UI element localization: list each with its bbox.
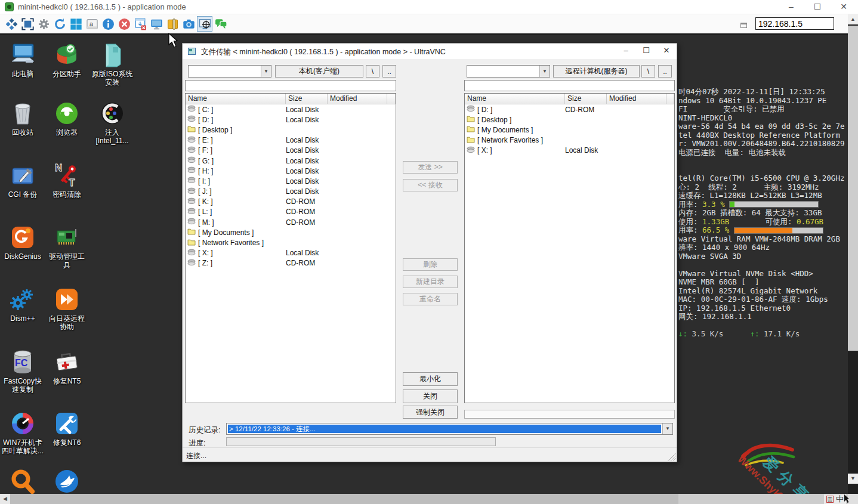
column-modified[interactable]: Modified bbox=[607, 94, 666, 104]
local-file-row[interactable]: [ Desktop ] bbox=[186, 125, 396, 135]
desktop-icon-driver[interactable]: 驱动管理工 具 bbox=[44, 224, 89, 269]
remote-drive-combobox[interactable]: ▼ bbox=[467, 65, 550, 78]
keyboard-key-icon[interactable]: a bbox=[84, 16, 100, 32]
remote-file-row[interactable]: [ D: ]CD-ROM bbox=[465, 104, 674, 115]
local-file-list[interactable]: Name Size Modified [ C: ]Local Disk[ D: … bbox=[185, 93, 396, 403]
local-list-header[interactable]: Name Size Modified bbox=[186, 94, 396, 104]
vnc-connection-icon[interactable] bbox=[4, 16, 19, 32]
desktop-icon-partition[interactable]: 分区助手 bbox=[44, 42, 89, 78]
remote-file-list[interactable]: Name Size Modified [ D: ]CD-ROM[ Desktop… bbox=[464, 93, 675, 403]
chevron-down-icon[interactable]: ▼ bbox=[662, 423, 672, 434]
task-manager-icon[interactable] bbox=[132, 16, 148, 32]
desktop-icon-search[interactable] bbox=[0, 468, 45, 494]
desktop-icon-bird[interactable] bbox=[44, 468, 89, 494]
desktop-icon-recycle[interactable]: 回收站 bbox=[0, 100, 45, 137]
history-combobox[interactable]: > 12/11/22 12:33:26 - 连接... ▼ bbox=[226, 423, 673, 435]
windows-start-icon[interactable] bbox=[68, 16, 84, 32]
vertical-scroll-thumb[interactable] bbox=[848, 26, 858, 351]
desktop-icon-dism[interactable]: Dism++ bbox=[0, 286, 45, 323]
single-window-select-icon[interactable] bbox=[197, 16, 212, 32]
desktop-icon-win7[interactable]: WIN7开机卡 四叶草解决... bbox=[0, 410, 45, 455]
local-file-row[interactable]: [ C: ]Local Disk bbox=[186, 104, 396, 115]
local-file-row[interactable]: [ H: ]Local Disk bbox=[186, 166, 396, 176]
disconnect-icon[interactable] bbox=[116, 16, 132, 32]
column-name[interactable]: Name bbox=[465, 94, 565, 104]
chevron-down-icon[interactable]: ▼ bbox=[261, 66, 271, 77]
rename-button[interactable]: 重命名 bbox=[403, 293, 458, 305]
local-file-row[interactable]: [ My Documents ] bbox=[186, 227, 396, 237]
desktop-icon-sunflower[interactable]: 向日葵远程 协助 bbox=[44, 286, 89, 331]
horizontal-scroll-thumb[interactable] bbox=[10, 494, 678, 504]
receive-button[interactable]: << 接收 bbox=[403, 179, 458, 191]
local-root-button[interactable]: \ bbox=[366, 65, 379, 78]
minimize-transfer-button[interactable]: 最小化 bbox=[403, 372, 458, 386]
desktop-icon-diskgenius[interactable]: DiskGenius bbox=[0, 224, 45, 261]
local-file-row[interactable]: [ J: ]Local Disk bbox=[186, 187, 396, 197]
local-drive-combobox[interactable]: ▼ bbox=[188, 65, 271, 78]
remote-file-row[interactable]: [ X: ]Local Disk bbox=[465, 146, 674, 156]
local-up-button[interactable]: .. bbox=[382, 65, 396, 78]
remote-path-box[interactable] bbox=[464, 80, 675, 91]
desktop-icon-cgi[interactable]: CGI 备份 bbox=[0, 162, 45, 199]
desktop-icon-fastcopy[interactable]: FCFastCopy快 速复制 bbox=[0, 349, 45, 394]
chevron-down-icon[interactable]: ▼ bbox=[539, 66, 550, 77]
chat-icon[interactable] bbox=[213, 16, 229, 32]
column-name[interactable]: Name bbox=[186, 94, 286, 104]
vertical-scrollbar[interactable]: ▲ ▼ bbox=[848, 14, 858, 494]
local-file-row[interactable]: [ Network Favorites ] bbox=[186, 237, 396, 248]
dock-toggle-icon[interactable] bbox=[740, 23, 747, 28]
remote-list-header[interactable]: Name Size Modified bbox=[465, 94, 674, 104]
send-button[interactable]: 发送 >> bbox=[403, 161, 458, 174]
local-path-box[interactable] bbox=[185, 80, 396, 91]
ime-language[interactable]: 中 bbox=[836, 494, 844, 504]
desktop-icon-inject[interactable]: 注入 [Intel_11... bbox=[89, 100, 135, 145]
scroll-left-icon[interactable]: ◀ bbox=[0, 494, 10, 504]
local-file-row[interactable]: [ L: ]CD-ROM bbox=[186, 207, 396, 217]
local-machine-button[interactable]: 本机(客户端) bbox=[275, 65, 363, 78]
remote-root-button[interactable]: \ bbox=[641, 65, 655, 78]
delete-button[interactable]: 删除 bbox=[403, 258, 458, 271]
refresh-icon[interactable] bbox=[52, 16, 67, 32]
column-size[interactable]: Size bbox=[565, 94, 607, 104]
info-icon[interactable] bbox=[100, 16, 116, 32]
remote-machine-button[interactable]: 远程计算机(服务器) bbox=[553, 65, 640, 78]
scroll-down-icon[interactable]: ▼ bbox=[848, 474, 858, 484]
column-size[interactable]: Size bbox=[286, 94, 328, 104]
column-modified[interactable]: Modified bbox=[328, 94, 387, 104]
dialog-close-button[interactable]: ✕ bbox=[656, 44, 677, 59]
local-file-row[interactable]: [ K: ]CD-ROM bbox=[186, 197, 396, 207]
resize-grip[interactable] bbox=[668, 453, 676, 461]
address-input[interactable] bbox=[755, 17, 834, 30]
dialog-maximize-button[interactable]: ☐ bbox=[636, 44, 656, 59]
window-minimize-button[interactable]: – bbox=[778, 0, 804, 14]
scroll-up-icon[interactable]: ▲ bbox=[848, 14, 858, 24]
ime-mode-icon[interactable]: 囯 bbox=[826, 496, 834, 503]
desktop-icon-iso[interactable]: 原版ISO系统 安装 bbox=[89, 42, 135, 86]
settings-gear-icon[interactable] bbox=[36, 16, 51, 32]
remote-up-button[interactable]: .. bbox=[658, 65, 672, 78]
close-transfer-button[interactable]: 关闭 bbox=[403, 389, 458, 403]
dialog-minimize-button[interactable]: – bbox=[616, 44, 636, 59]
desktop-icon-nt5[interactable]: 修复NT5 bbox=[44, 349, 89, 385]
snapshot-camera-icon[interactable] bbox=[181, 16, 196, 32]
local-file-row[interactable]: [ X: ]Local Disk bbox=[186, 248, 396, 258]
fullscreen-icon[interactable] bbox=[20, 16, 35, 32]
local-file-row[interactable]: [ M: ]CD-ROM bbox=[186, 217, 396, 227]
local-file-row[interactable]: [ G: ]Local Disk bbox=[186, 156, 396, 166]
monitor-icon[interactable] bbox=[149, 16, 164, 32]
remote-file-row[interactable]: [ Desktop ] bbox=[465, 115, 674, 125]
desktop-icon-browser[interactable]: 浏览器 bbox=[44, 100, 89, 137]
horizontal-scrollbar[interactable]: ◀ 囯 中 bbox=[0, 494, 858, 504]
local-file-row[interactable]: [ Z: ]CD-ROM bbox=[186, 258, 396, 268]
local-file-row[interactable]: [ E: ]Local Disk bbox=[186, 135, 396, 146]
remote-file-row[interactable]: [ My Documents ] bbox=[465, 125, 674, 135]
ime-indicator[interactable]: 囯 中 bbox=[824, 494, 846, 504]
desktop-icon-nt6[interactable]: 修复NT6 bbox=[44, 410, 89, 447]
window-maximize-button[interactable]: ☐ bbox=[804, 0, 831, 14]
file-transfer-icon[interactable] bbox=[165, 16, 180, 32]
local-file-row[interactable]: [ F: ]Local Disk bbox=[186, 146, 396, 156]
window-close-button[interactable]: ✕ bbox=[831, 0, 857, 14]
remote-file-row[interactable]: [ Network Favorites ] bbox=[465, 135, 674, 146]
force-close-button[interactable]: 强制关闭 bbox=[403, 406, 458, 419]
local-file-row[interactable]: [ D: ]Local Disk bbox=[186, 115, 396, 125]
